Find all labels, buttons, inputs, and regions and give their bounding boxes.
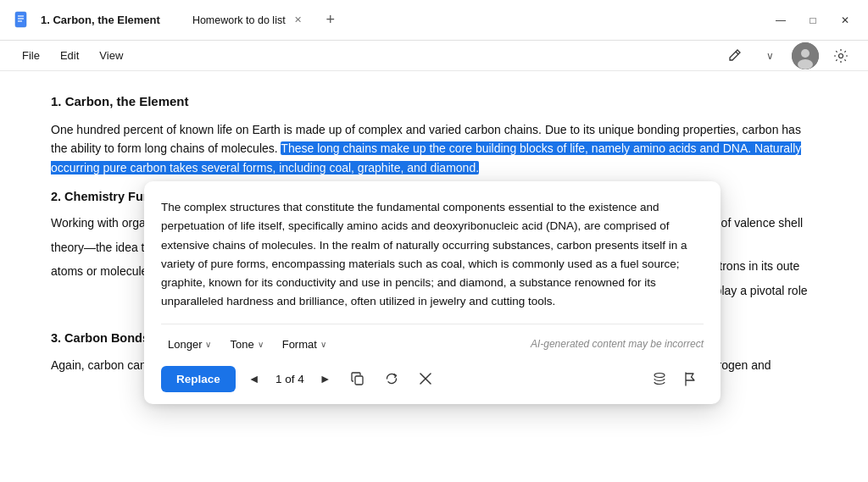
tone-label: Tone	[230, 336, 253, 354]
tone-chevron-icon: ∨	[258, 338, 264, 352]
longer-label: Longer	[168, 336, 202, 354]
menu-bar-right: ∨	[721, 42, 854, 69]
ai-controls-row: Longer ∨ Tone ∨ Format ∨ AI-generated co…	[161, 324, 704, 357]
svg-point-8	[798, 59, 813, 69]
app-title: 1. Carbon, the Element	[41, 14, 160, 26]
minimize-button[interactable]: —	[768, 8, 793, 33]
settings-icon[interactable]	[827, 42, 854, 69]
bottom-right-icons	[646, 365, 704, 392]
format-label: Format	[282, 336, 317, 354]
copy-button[interactable]	[344, 365, 371, 392]
svg-point-7	[801, 49, 810, 58]
next-arrow-button[interactable]: ►	[314, 367, 337, 391]
heading-1: 1. Carbon, the Element	[51, 91, 817, 112]
svg-point-13	[654, 374, 665, 378]
window-controls: — □ ✕	[768, 8, 858, 33]
menu-bar: File Edit View ∨	[0, 41, 868, 71]
tab-close-icon[interactable]: ✕	[292, 13, 303, 27]
refresh-button[interactable]	[378, 365, 405, 392]
close-button[interactable]: ✕	[832, 8, 858, 33]
ai-generated-text: The complex structures that constitute t…	[161, 198, 704, 312]
layers-icon-button[interactable]	[646, 365, 673, 392]
menu-edit[interactable]: Edit	[52, 46, 87, 65]
page-count: 1 of 4	[273, 370, 307, 389]
app-icon	[10, 8, 34, 32]
close-popup-button[interactable]	[412, 365, 439, 392]
toolbar-chevron[interactable]: ∨	[756, 42, 783, 69]
document-area: 1. Carbon, the Element One hundred perce…	[0, 71, 868, 482]
menu-file[interactable]: File	[14, 46, 48, 65]
ai-rewrite-popup: The complex structures that constitute t…	[144, 181, 721, 404]
ai-bottom-row: Replace ◄ 1 of 4 ►	[161, 365, 704, 392]
maximize-button[interactable]: □	[800, 8, 826, 33]
svg-rect-0	[15, 12, 26, 27]
menu-view[interactable]: View	[91, 46, 131, 65]
edit-icon[interactable]	[721, 42, 748, 69]
svg-line-5	[736, 52, 738, 54]
prev-arrow-button[interactable]: ◄	[242, 367, 266, 391]
replace-button[interactable]: Replace	[161, 366, 236, 392]
user-avatar[interactable]	[792, 42, 819, 69]
tab-label: Homework to do list	[192, 14, 286, 26]
ai-disclaimer: AI-generated content may be incorrect	[531, 336, 704, 352]
longer-chevron-icon: ∨	[205, 338, 211, 352]
format-dropdown[interactable]: Format ∨	[275, 333, 333, 357]
tab-bar: Homework to do list ✕ +	[181, 8, 761, 32]
svg-rect-10	[355, 376, 363, 385]
longer-dropdown[interactable]: Longer ∨	[161, 333, 218, 357]
format-chevron-icon: ∨	[320, 338, 326, 352]
tab-homework[interactable]: Homework to do list ✕	[181, 8, 315, 32]
paragraph-1: One hundred percent of known life on Ear…	[51, 120, 817, 177]
tab-add-button[interactable]: +	[319, 8, 342, 32]
title-bar: 1. Carbon, the Element Homework to do li…	[0, 0, 868, 41]
svg-point-9	[839, 53, 843, 58]
flag-icon-button[interactable]	[676, 365, 704, 392]
tone-dropdown[interactable]: Tone ∨	[223, 333, 270, 357]
